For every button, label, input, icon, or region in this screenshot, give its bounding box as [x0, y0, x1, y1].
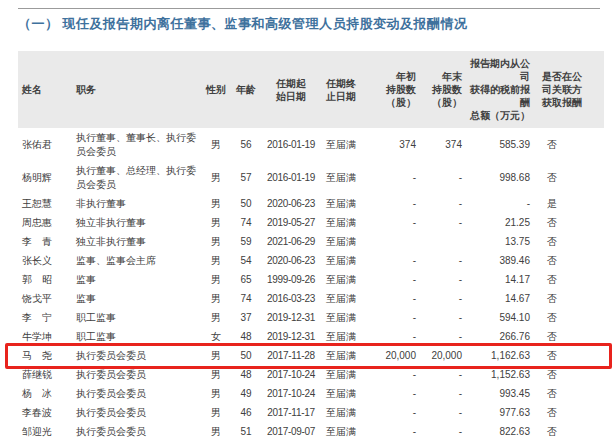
table-cell: 男: [200, 251, 232, 270]
table-cell: 977.63: [466, 403, 534, 422]
table-cell: [374, 232, 420, 251]
table-row: 饶戈平监事男742016-03-23至届满--14.67否: [18, 289, 604, 308]
table-cell: 2020-06-23: [260, 194, 322, 213]
table-cell: 822.63: [466, 422, 534, 440]
table-cell: 牛学坤: [18, 327, 72, 346]
table-cell: -: [420, 270, 466, 289]
table-cell: 59: [232, 232, 260, 251]
table-cell: [420, 232, 466, 251]
table-cell: 男: [200, 270, 232, 289]
table-row: 王恕慧非执行董事男502020-06-23至届满---是: [18, 194, 604, 213]
table-cell: -: [420, 365, 466, 384]
table-row: 牛学坤职工监事女482019-12-31至届满--266.76否: [18, 327, 604, 346]
table-cell: 1,152.63: [466, 365, 534, 384]
table-row: 李 青独立非执行董事男592021-06-29至届满13.75否: [18, 232, 604, 251]
table-cell: 监事、监事会主席: [72, 251, 200, 270]
table-row: 张佑君执行董事、董事长、执行委员会委员男562016-01-19至届满37437…: [18, 128, 604, 161]
table-cell: 李春波: [18, 403, 72, 422]
table-cell: 至届满: [322, 232, 374, 251]
table-cell: 2017-11-28: [260, 346, 322, 365]
table-cell: 否: [534, 213, 604, 232]
table-cell: 男: [200, 194, 232, 213]
table-cell: 至届满: [322, 308, 374, 327]
table-cell: 74: [232, 289, 260, 308]
table-cell: 14.17: [466, 270, 534, 289]
table-cell: 1,162.63: [466, 346, 534, 365]
table-cell: -: [374, 308, 420, 327]
table-cell: 执行委员会委员: [72, 403, 200, 422]
table-row: 杨明辉执行董事、总经理、执行委员会委员男572016-01-19至届满--998…: [18, 161, 604, 194]
table-cell: 执行董事、总经理、执行委员会委员: [72, 161, 200, 194]
table-cell: 男: [200, 232, 232, 251]
table-row: 李 宁职工监事男372019-12-31至届满--594.10否: [18, 308, 604, 327]
column-header: 报告期内从公司 获得的税前报酬 总额（万元）: [466, 51, 534, 128]
table-cell: 男: [200, 422, 232, 440]
table-cell: 职工监事: [72, 308, 200, 327]
table-cell: 男: [200, 128, 232, 161]
table-row: 薛继锐执行委员会委员男482017-10-24至届满--1,152.63否: [18, 365, 604, 384]
table-cell: -: [374, 251, 420, 270]
table-row-highlighted: 马 尧执行委员会委员男502017-11-28至届满20,00020,0001,…: [18, 346, 604, 365]
table-cell: 至届满: [322, 403, 374, 422]
table-cell: 2016-03-23: [260, 289, 322, 308]
table-cell: 李 宁: [18, 308, 72, 327]
table-cell: 周忠惠: [18, 213, 72, 232]
table-cell: 2016-01-19: [260, 128, 322, 161]
table-cell: 49: [232, 384, 260, 403]
table-cell: 2020-06-23: [260, 251, 322, 270]
table-cell: 否: [534, 270, 604, 289]
table-cell: 监事: [72, 289, 200, 308]
table-cell: 饶戈平: [18, 289, 72, 308]
table-cell: 否: [534, 308, 604, 327]
table-cell: 至届满: [322, 384, 374, 403]
document-page: （一） 现任及报告期内离任董事、监事和高级管理人员持股变动及报酬情况 姓名职务性…: [0, 0, 613, 440]
table-row: 邹迎光执行委员会委员男512017-09-07至届满--822.63否: [18, 422, 604, 440]
column-header: 是否在公 司关联方 获取报酬: [534, 51, 604, 128]
table-cell: -: [374, 213, 420, 232]
table-cell: 37: [232, 308, 260, 327]
column-header: 任期终 止日期: [322, 51, 374, 128]
column-header: 年末 持股数 （股）: [420, 51, 466, 128]
table-cell: 2017-10-24: [260, 365, 322, 384]
table-cell: -: [374, 161, 420, 194]
table-cell: 2019-12-31: [260, 308, 322, 327]
table-cell: 13.75: [466, 232, 534, 251]
table-cell: 998.68: [466, 161, 534, 194]
table-cell: 张长义: [18, 251, 72, 270]
table-cell: 56: [232, 128, 260, 161]
table-cell: 至届满: [322, 422, 374, 440]
table-cell: 张佑君: [18, 128, 72, 161]
section-title: （一） 现任及报告期内离任董事、监事和高级管理人员持股变动及报酬情况: [18, 15, 600, 32]
table-cell: -: [374, 403, 420, 422]
column-header: 姓名: [18, 51, 72, 128]
table-cell: 585.39: [466, 128, 534, 161]
table-cell: 至届满: [322, 327, 374, 346]
table-cell: 2019-05-27: [260, 213, 322, 232]
table-cell: 监事: [72, 270, 200, 289]
table-row: 李春波执行委员会委员男462017-11-17至届满--977.63否: [18, 403, 604, 422]
table-cell: 男: [200, 213, 232, 232]
table-cell: 否: [534, 365, 604, 384]
table-cell: 至届满: [322, 270, 374, 289]
table-cell: 否: [534, 384, 604, 403]
table-cell: 李 青: [18, 232, 72, 251]
table-cell: -: [374, 289, 420, 308]
table-cell: -: [420, 327, 466, 346]
table-cell: 是: [534, 194, 604, 213]
table-cell: 266.76: [466, 327, 534, 346]
table-cell: 14.67: [466, 289, 534, 308]
table-cell: 女: [200, 327, 232, 346]
table-cell: 48: [232, 327, 260, 346]
table-cell: -: [374, 384, 420, 403]
table-cell: 594.10: [466, 308, 534, 327]
column-header: 年龄: [232, 51, 260, 128]
table-cell: 2019-12-31: [260, 327, 322, 346]
table-cell: 男: [200, 346, 232, 365]
table-cell: -: [420, 194, 466, 213]
table-cell: 执行委员会委员: [72, 384, 200, 403]
table-cell: 至届满: [322, 128, 374, 161]
top-divider: [18, 8, 600, 9]
table-cell: 否: [534, 161, 604, 194]
table-cell: 杨 冰: [18, 384, 72, 403]
table-body: 张佑君执行董事、董事长、执行委员会委员男562016-01-19至届满37437…: [18, 128, 604, 440]
